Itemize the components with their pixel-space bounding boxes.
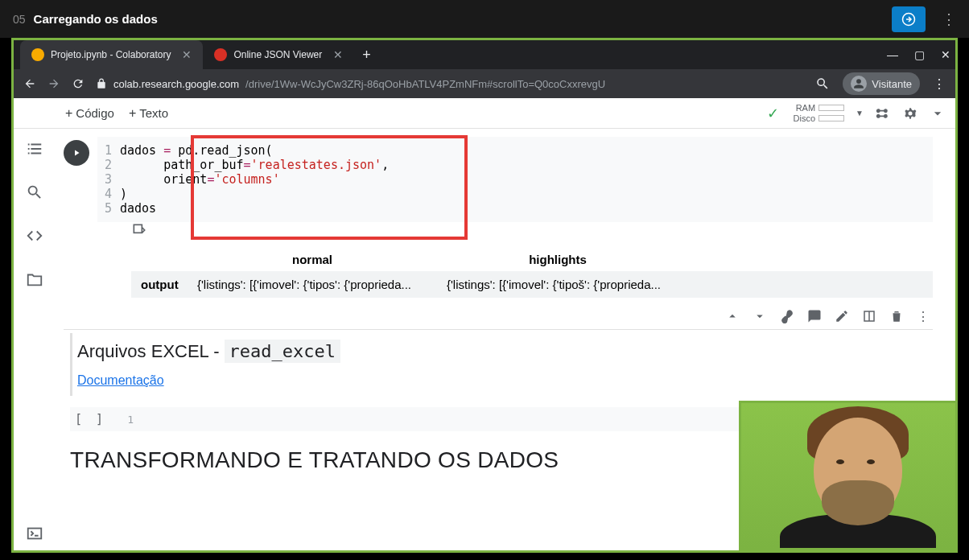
- search-icon[interactable]: [26, 183, 43, 201]
- close-tab-icon[interactable]: ✕: [333, 48, 343, 61]
- mirror-icon[interactable]: [862, 309, 876, 323]
- lesson-menu-icon[interactable]: ⋮: [942, 10, 956, 28]
- zoom-icon[interactable]: [815, 76, 830, 91]
- colab-sidebar: [14, 129, 56, 550]
- avatar-icon: [851, 76, 867, 92]
- forward-icon[interactable]: [47, 77, 60, 90]
- browser-toolbar: colab.research.google.com/drive/1Ww-WcJy…: [14, 69, 955, 98]
- table-cell: {'listings': [{'imovel': {'tipos': {'pro…: [188, 271, 437, 298]
- svg-rect-3: [28, 529, 42, 539]
- minimize-icon[interactable]: —: [887, 48, 898, 61]
- edit-icon[interactable]: [835, 309, 849, 323]
- terminal-icon[interactable]: [26, 525, 43, 542]
- tab-label: Online JSON Viewer: [233, 49, 322, 60]
- connected-check-icon: ✓: [767, 105, 779, 122]
- tab-json-viewer[interactable]: Online JSON Viewer ✕: [203, 40, 354, 69]
- lesson-title: Carregando os dados: [34, 12, 158, 26]
- gear-icon[interactable]: [902, 105, 918, 121]
- resource-monitor[interactable]: RAM Disco: [794, 103, 845, 124]
- url-domain: colab.research.google.com: [113, 78, 239, 90]
- table-of-contents-icon[interactable]: [26, 140, 43, 158]
- reload-icon[interactable]: [72, 77, 85, 90]
- next-lesson-button[interactable]: [892, 6, 926, 32]
- table-cell: {'listings': [{'imovel': {'tipoš': {'pro…: [437, 271, 687, 298]
- share-icon[interactable]: [875, 105, 891, 121]
- more-actions-icon[interactable]: ⋮: [917, 309, 930, 324]
- delete-icon[interactable]: [889, 309, 904, 323]
- comment-icon[interactable]: [807, 309, 822, 323]
- close-tab-icon[interactable]: ✕: [182, 48, 192, 61]
- cell-action-toolbar: ⋮: [64, 304, 933, 330]
- code-editor[interactable]: 1dados = pd.read_json( 2 path_or_buf='re…: [97, 137, 933, 222]
- files-icon[interactable]: [26, 270, 43, 288]
- colab-favicon-icon: [31, 48, 44, 61]
- address-bar[interactable]: colab.research.google.com/drive/1Ww-WcJy…: [96, 78, 804, 90]
- colab-toolbar: +Código +Texto ✓ RAM Disco ▼: [14, 98, 955, 129]
- maximize-icon[interactable]: ▢: [914, 48, 925, 61]
- chevron-down-icon[interactable]: [930, 105, 946, 121]
- code-snippets-icon[interactable]: [26, 227, 43, 245]
- add-text-cell-button[interactable]: +Texto: [129, 106, 168, 121]
- cell-output: normal highlights output {'listings': [{…: [131, 222, 933, 298]
- back-icon[interactable]: [23, 77, 36, 90]
- presenter-webcam: [739, 401, 958, 550]
- close-window-icon[interactable]: ✕: [941, 48, 950, 61]
- code-cell[interactable]: 1dados = pd.read_json( 2 path_or_buf='re…: [64, 137, 933, 298]
- lesson-number: 05: [13, 13, 26, 26]
- json-favicon-icon: [214, 48, 227, 61]
- lock-icon: [96, 78, 107, 89]
- tab-label: Projeto.ipynb - Colaboratory: [51, 49, 171, 60]
- markdown-cell-excel[interactable]: Arquivos EXCEL - read_excel Documentação: [70, 333, 933, 396]
- move-up-icon[interactable]: [725, 309, 740, 323]
- resource-dropdown-icon[interactable]: ▼: [856, 109, 864, 117]
- column-header-highlights: highlights: [437, 248, 678, 271]
- browser-menu-icon[interactable]: ⋮: [933, 76, 946, 92]
- guest-profile-button[interactable]: Visitante: [843, 72, 920, 95]
- add-code-cell-button[interactable]: +Código: [65, 106, 114, 121]
- svg-rect-1: [134, 224, 142, 233]
- url-path: /drive/1Ww-WcJyCw3ZRj-86qOoHbATLV4PZmNFm…: [245, 78, 605, 90]
- move-down-icon[interactable]: [753, 309, 767, 323]
- section-heading: Arquivos EXCEL - read_excel: [77, 341, 928, 362]
- execution-count: [ ]: [75, 412, 106, 426]
- run-cell-button[interactable]: [64, 140, 89, 166]
- window-controls: — ▢ ✕: [887, 48, 950, 61]
- video-lesson-header: 05 Carregando os dados ⋮: [0, 0, 969, 38]
- link-icon[interactable]: [780, 309, 794, 323]
- row-label: output: [131, 271, 188, 298]
- column-header-normal: normal: [188, 248, 437, 271]
- output-actions-icon[interactable]: [131, 222, 147, 238]
- new-tab-button[interactable]: +: [362, 47, 371, 64]
- browser-tab-bar: Projeto.ipynb - Colaboratory ✕ Online JS…: [14, 40, 955, 69]
- tab-colab[interactable]: Projeto.ipynb - Colaboratory ✕: [20, 40, 203, 69]
- documentation-link[interactable]: Documentação: [77, 373, 164, 387]
- table-row: output {'listings': [{'imovel': {'tipos'…: [131, 271, 933, 298]
- visitor-label: Visitante: [872, 78, 912, 90]
